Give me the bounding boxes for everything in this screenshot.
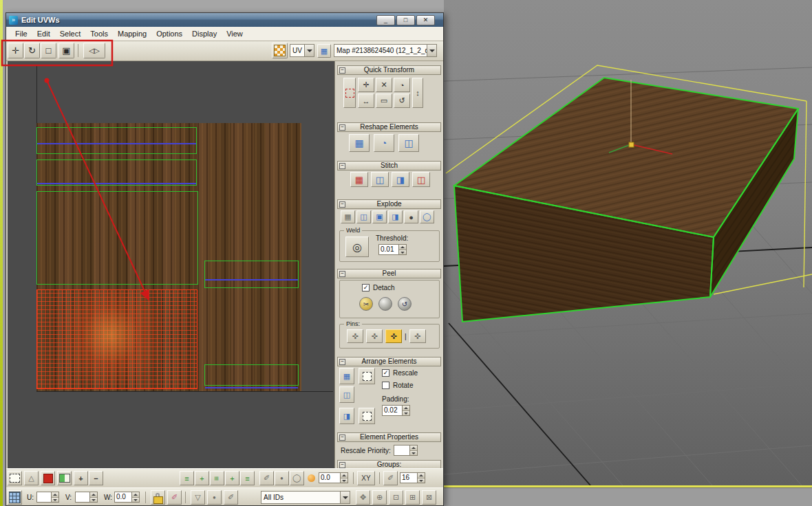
menu-view[interactable]: View (222, 28, 248, 39)
menu-file[interactable]: File (10, 28, 32, 39)
qt-rect-button[interactable]: ▭ (376, 94, 392, 108)
qt-align-column-button[interactable]: ↕ (412, 78, 423, 108)
collapse-icon[interactable]: − (339, 67, 345, 74)
u-value[interactable] (36, 492, 52, 503)
collapse-icon[interactable]: − (339, 462, 345, 468)
shrink-selection-button[interactable]: − (89, 471, 103, 485)
chevron-down-icon[interactable] (427, 45, 436, 56)
rollout-header-explode[interactable]: − Explode (337, 199, 441, 209)
collapse-icon[interactable]: − (339, 359, 345, 365)
uv-island[interactable] (36, 127, 197, 154)
title-bar[interactable]: » Edit UVWs _ □ ✕ (6, 13, 443, 27)
uv-island[interactable] (204, 261, 299, 288)
flatten-by-group-button[interactable]: ▦ (341, 210, 355, 223)
falloff-value[interactable]: 0.0 (319, 472, 341, 483)
qt-move-h-button[interactable]: ↔ (358, 94, 374, 108)
falloff-value-spinner[interactable]: 0.0 (319, 472, 348, 483)
quick-peel-button[interactable]: ✂ (359, 297, 373, 311)
zoom-region-button[interactable]: ⊡ (389, 490, 403, 505)
arrange-region-button[interactable] (359, 368, 375, 384)
qt-move-button[interactable]: ✛ (358, 78, 374, 92)
maximize-button[interactable]: □ (396, 15, 415, 25)
texture-map-dropdown[interactable]: Map #2138624540 (12_1_2_d... (334, 44, 437, 57)
collapse-icon[interactable]: − (339, 434, 345, 441)
explode-sphere-button[interactable]: ● (404, 210, 418, 223)
space-horizontal-button[interactable]: + (225, 471, 239, 485)
align-horizontal-button[interactable]: ≡ (180, 471, 194, 485)
align-vertical-button[interactable]: ≡ (210, 471, 224, 485)
zoom-to-selection-button[interactable]: ⊠ (422, 490, 436, 505)
spinner-arrows[interactable] (90, 492, 98, 503)
qt-rotate-button[interactable]: ◔ (394, 78, 410, 92)
space-vertical-button[interactable]: ≡ (240, 471, 255, 485)
spinner-arrows[interactable] (341, 472, 348, 483)
rollout-header-arrange-elements[interactable]: − Arrange Elements (337, 357, 441, 366)
select-element-button[interactable] (41, 471, 55, 485)
brush-size-value[interactable]: 16 (400, 472, 418, 483)
pin-add-button[interactable]: ✜ (366, 329, 383, 343)
pack-custom-button[interactable]: ◫ (339, 386, 354, 403)
uv-space-dropdown[interactable]: UV (290, 44, 314, 57)
collapse-icon[interactable]: − (339, 163, 345, 169)
w-coordinate-spinner[interactable]: 0.0 (114, 492, 140, 503)
minimize-button[interactable]: _ (376, 15, 395, 25)
uv-edge-blue[interactable] (37, 183, 196, 184)
brush-size-spinner[interactable]: 16 (400, 472, 425, 483)
uv-island-selected[interactable] (36, 289, 197, 389)
rollout-header-stitch[interactable]: − Stitch (337, 161, 441, 170)
reset-peel-button[interactable]: ↺ (398, 297, 412, 311)
pin-move-button[interactable]: ✜ (347, 329, 363, 343)
flatten-by-angle-button[interactable]: ▣ (372, 210, 387, 223)
pack-rescale-button[interactable]: ◨ (339, 408, 354, 424)
grow-selection-button[interactable]: + (74, 471, 88, 485)
padding-spinner[interactable]: 0.02 (382, 405, 410, 416)
qt-scale-button[interactable]: ✕ (376, 78, 392, 92)
uv-edge-blue[interactable] (205, 387, 298, 388)
uv-edge-blue[interactable] (205, 279, 298, 280)
spinner-arrows[interactable] (418, 472, 425, 483)
rescale-checkbox[interactable]: ✓ (382, 369, 389, 377)
display-options-button[interactable]: ✐ (224, 490, 238, 505)
stitch-target-button[interactable]: ◫ (412, 172, 430, 187)
spinner-arrows[interactable] (52, 492, 59, 503)
rollout-header-peel[interactable]: − Peel (337, 269, 441, 278)
w-value[interactable]: 0.0 (114, 492, 132, 503)
freeform-gizmo-button[interactable] (343, 78, 356, 108)
relax-custom-button[interactable]: ◔ (374, 134, 394, 152)
lasso-select-button[interactable]: △ (24, 471, 39, 485)
explode-ring-button[interactable]: ◯ (420, 210, 434, 223)
target-weld-button[interactable]: ◎ (345, 236, 369, 257)
perspective-viewport[interactable] (444, 0, 812, 506)
weld-threshold-spinner[interactable]: 0.01 (378, 244, 407, 255)
detach-checkbox[interactable]: ✓ (362, 284, 370, 292)
menu-select[interactable]: Select (55, 28, 86, 39)
checker-map-button[interactable] (272, 43, 288, 58)
rescale-priority-spinner[interactable] (394, 445, 418, 456)
pack-normalize-button[interactable]: ▦ (339, 368, 354, 384)
align-plus-button[interactable]: + (195, 471, 209, 485)
rollout-header-element-properties[interactable]: − Element Properties (337, 432, 441, 442)
collapse-icon[interactable]: − (339, 124, 345, 131)
qt-rotate-ccw-button[interactable]: ↺ (394, 94, 410, 108)
falloff-space-button[interactable]: XY (357, 471, 375, 485)
uv-island[interactable] (36, 160, 197, 186)
stitch-source-button[interactable]: ◫ (371, 172, 389, 187)
u-coordinate-spinner[interactable] (36, 492, 59, 503)
peel-mode-button[interactable] (378, 297, 392, 311)
marquee-select-button[interactable] (8, 471, 22, 485)
menu-options[interactable]: Options (151, 28, 187, 39)
menu-display[interactable]: Display (187, 28, 222, 39)
rotate-tool-button[interactable]: ↻ (24, 43, 40, 58)
menu-mapping[interactable]: Mapping (113, 28, 151, 39)
arrange-region-2-button[interactable] (359, 408, 375, 424)
chevron-down-icon[interactable] (304, 45, 314, 56)
material-id-dropdown[interactable]: All IDs (261, 491, 350, 504)
filter-selected-button[interactable]: ● (207, 490, 222, 505)
brush-falloff-button[interactable]: ✐ (383, 471, 398, 485)
stitch-custom-button[interactable]: ▦ (350, 172, 368, 187)
collapse-icon[interactable]: − (339, 201, 345, 208)
hide-unselected-button[interactable]: ✐ (167, 490, 182, 505)
menu-edit[interactable]: Edit (32, 28, 55, 39)
threshold-value[interactable]: 0.01 (378, 244, 399, 255)
pin-active-button[interactable]: ✜ (385, 329, 402, 343)
